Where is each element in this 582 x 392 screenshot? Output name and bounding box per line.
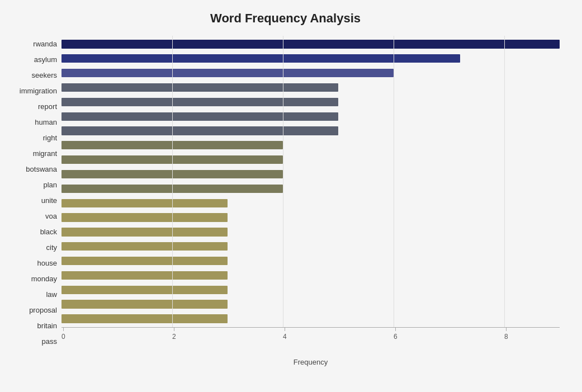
y-label-law: law [11, 291, 57, 298]
y-label-right: right [11, 134, 57, 141]
grid-line-2 [172, 36, 173, 327]
x-tick-6: 6 [394, 328, 398, 341]
y-label-house: house [11, 259, 57, 267]
bars-area [61, 36, 560, 327]
x-tick-label: 8 [504, 333, 508, 341]
y-label-immigration: immigration [11, 87, 57, 95]
bar-immigration [61, 83, 338, 92]
x-tick-0: 0 [61, 328, 65, 341]
bar-proposal [61, 286, 228, 294]
grid-line-6 [394, 36, 394, 327]
bar-row-voa [61, 196, 560, 210]
bar-row-right [61, 124, 560, 138]
bar-row-law [61, 268, 560, 283]
x-tick-label: 2 [172, 333, 176, 341]
bar-row-rwanda [61, 37, 560, 51]
bar-row-monday [61, 254, 560, 268]
chart-area: rwandaasylumseekersimmigrationreporthuma… [11, 36, 560, 350]
chart-container: Word Frequency Analysis rwandaasylumseek… [0, 0, 582, 392]
bar-row-britain [61, 297, 560, 311]
y-label-rwanda: rwanda [11, 40, 57, 48]
x-tick-label: 4 [283, 333, 287, 341]
bar-black [61, 213, 228, 221]
bar-britain [61, 300, 228, 308]
bar-row-asylum [61, 51, 560, 66]
x-tick-mark [506, 328, 507, 331]
bar-row-house [61, 239, 560, 254]
bar-row-report [61, 95, 560, 109]
x-axis: Frequency 02468 [61, 327, 560, 350]
bar-monday [61, 257, 228, 265]
bar-row-human [61, 109, 560, 124]
x-tick-label: 0 [61, 333, 65, 341]
y-label-britain: britain [11, 322, 57, 329]
y-label-monday: monday [11, 275, 57, 282]
bar-row-seekers [61, 66, 560, 81]
bar-law [61, 271, 228, 280]
bar-rwanda [61, 40, 560, 48]
y-label-voa: voa [11, 212, 57, 220]
y-label-seekers: seekers [11, 72, 57, 79]
y-axis: rwandaasylumseekersimmigrationreporthuma… [11, 36, 61, 350]
bar-city [61, 228, 228, 236]
bar-seekers [61, 69, 394, 77]
x-tick-mark [174, 328, 174, 331]
x-tick-label: 6 [394, 333, 398, 341]
y-label-city: city [11, 244, 57, 251]
bar-row-city [61, 225, 560, 239]
y-label-asylum: asylum [11, 56, 57, 63]
x-tick-mark [395, 328, 396, 331]
bar-pass [61, 314, 228, 323]
bar-row-proposal [61, 282, 560, 297]
x-tick-4: 4 [283, 328, 287, 341]
y-label-botswana: botswana [11, 166, 57, 173]
bar-row-plan [61, 167, 560, 182]
bar-row-black [61, 210, 560, 225]
bar-row-pass [61, 311, 560, 326]
bar-human [61, 112, 338, 121]
bar-row-botswana [61, 153, 560, 167]
bar-row-migrant [61, 138, 560, 153]
x-tick-8: 8 [504, 328, 508, 341]
y-label-plan: plan [11, 181, 57, 188]
bars-inner [61, 36, 560, 327]
y-label-proposal: proposal [11, 306, 57, 314]
x-tick-mark [63, 328, 64, 331]
bar-row-unite [61, 181, 560, 196]
bar-asylum [61, 54, 460, 63]
x-tick-2: 2 [172, 328, 176, 341]
y-label-human: human [11, 119, 57, 126]
x-axis-title: Frequency [61, 358, 560, 366]
y-label-black: black [11, 228, 57, 235]
bar-report [61, 98, 338, 106]
grid-line-8 [504, 36, 505, 327]
bar-voa [61, 199, 228, 207]
chart-title: Word Frequency Analysis [11, 11, 560, 26]
bar-house [61, 242, 228, 251]
y-label-report: report [11, 103, 57, 110]
grid-line-4 [283, 36, 283, 327]
bars-and-xaxis: Frequency 02468 [61, 36, 560, 350]
y-label-pass: pass [11, 338, 57, 345]
x-tick-mark [285, 328, 285, 331]
bar-right [61, 126, 338, 135]
y-label-migrant: migrant [11, 150, 57, 157]
bar-row-immigration [61, 81, 560, 95]
y-label-unite: unite [11, 197, 57, 204]
